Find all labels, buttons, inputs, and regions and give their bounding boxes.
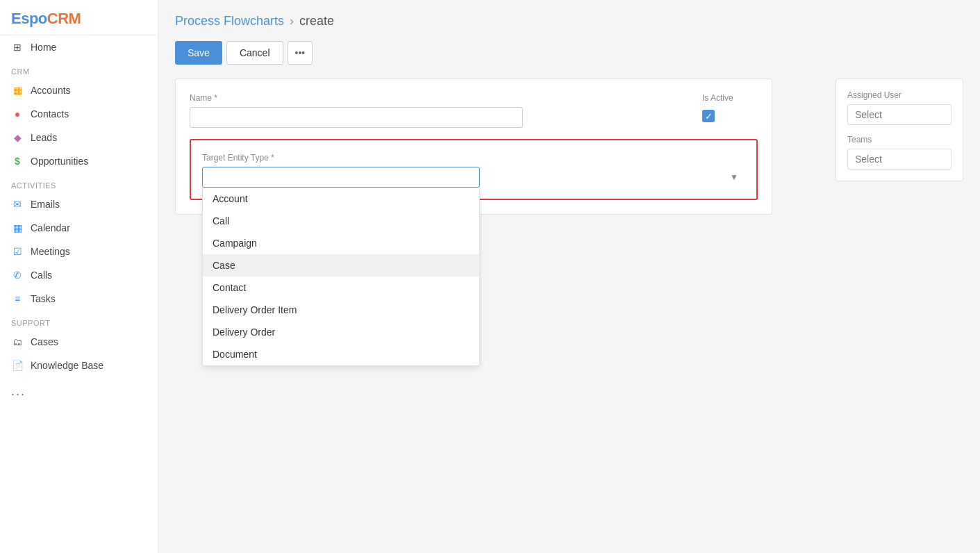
assigned-user-group: Assigned User Select [847, 90, 952, 125]
teams-group: Teams Select [847, 135, 952, 170]
sidebar-item-label: Calls [31, 270, 52, 281]
sidebar-item-label: Home [31, 42, 56, 53]
is-active-checkbox[interactable]: ✓ [702, 110, 715, 122]
teams-label: Teams [847, 135, 952, 145]
dropdown-item-call[interactable]: Call [203, 210, 479, 232]
logo-espo: Espo [11, 10, 47, 27]
sidebar-item-label: Opportunities [31, 156, 88, 167]
assigned-user-select[interactable]: Select [847, 104, 952, 125]
sidebar-item-tasks[interactable]: ≡ Tasks [0, 287, 158, 311]
home-icon: ⊞ [11, 41, 24, 53]
sidebar-item-cases[interactable]: 🗂 Cases [0, 330, 158, 354]
meetings-icon: ☑ [11, 245, 24, 258]
knowledge-base-icon: 📄 [11, 359, 24, 372]
opportunities-icon: $ [11, 155, 24, 167]
target-entity-label: Target Entity Type * [202, 153, 274, 163]
sidebar-item-emails[interactable]: ✉ Emails [0, 192, 158, 216]
sidebar-item-label: Knowledge Base [31, 360, 103, 371]
sidebar-item-accounts[interactable]: ▦ Accounts [0, 79, 158, 102]
dropdown-chevron-icon: ▼ [730, 172, 738, 182]
sidebar-item-knowledge-base[interactable]: 📄 Knowledge Base [0, 354, 158, 377]
dropdown-item-contact[interactable]: Contact [203, 276, 479, 299]
assigned-user-label: Assigned User [847, 90, 952, 100]
breadcrumb-current: create [299, 14, 334, 28]
sidebar-item-home[interactable]: ⊞ Home [0, 35, 158, 59]
target-entity-dropdown-list: Account Call Campaign Case Contact Deliv… [202, 188, 480, 366]
sidebar-item-opportunities[interactable]: $ Opportunities [0, 149, 158, 173]
dropdown-item-delivery-order[interactable]: Delivery Order [203, 321, 479, 343]
is-active-group: Is Active ✓ [702, 93, 758, 122]
sidebar-more-button[interactable]: ... [0, 377, 158, 406]
toolbar: Save Cancel ••• [175, 41, 963, 65]
teams-select[interactable]: Select [847, 149, 952, 170]
sidebar-item-calls[interactable]: ✆ Calls [0, 263, 158, 287]
support-section-label: Support [0, 311, 158, 330]
sidebar-item-label: Meetings [31, 246, 70, 257]
name-input[interactable] [190, 107, 523, 128]
dropdown-item-delivery-order-item[interactable]: Delivery Order Item [203, 299, 479, 321]
sidebar-item-contacts[interactable]: ● Contacts [0, 102, 158, 126]
dropdown-item-document[interactable]: Document [203, 343, 479, 365]
target-entity-section: Target Entity Type * ▼ Account Call Camp… [190, 139, 758, 200]
dropdown-item-case[interactable]: Case [203, 254, 479, 276]
name-label: Name * [190, 93, 688, 103]
more-button[interactable]: ••• [288, 41, 313, 65]
cancel-button[interactable]: Cancel [226, 41, 283, 65]
leads-icon: ◆ [11, 131, 24, 144]
breadcrumb-parent[interactable]: Process Flowcharts [175, 14, 284, 28]
target-entity-input[interactable] [202, 167, 480, 188]
contacts-icon: ● [11, 108, 24, 120]
dropdown-item-campaign[interactable]: Campaign [203, 232, 479, 254]
breadcrumb: Process Flowcharts › create [175, 14, 963, 28]
dropdown-item-account[interactable]: Account [203, 188, 479, 210]
cases-icon: 🗂 [11, 336, 24, 348]
target-entity-dropdown-wrapper: ▼ Account Call Campaign Case Contact Del… [202, 167, 745, 188]
calendar-icon: ▦ [11, 222, 24, 234]
sidebar-item-label: Tasks [31, 293, 56, 304]
sidebar-item-label: Accounts [31, 85, 71, 96]
sidebar-item-calendar[interactable]: ▦ Calendar [0, 216, 158, 240]
sidebar: EspoCRM ⊞ Home CRM ▦ Accounts ● Contacts… [0, 0, 158, 553]
sidebar-item-label: Calendar [31, 222, 70, 233]
logo: EspoCRM [0, 0, 158, 35]
is-active-label: Is Active [702, 93, 758, 103]
breadcrumb-separator: › [290, 14, 294, 28]
sidebar-item-label: Leads [31, 132, 57, 143]
right-panel: Assigned User Select Teams Select [824, 79, 963, 181]
sidebar-item-label: Emails [31, 199, 60, 210]
calls-icon: ✆ [11, 269, 24, 281]
name-group: Name * [190, 93, 688, 128]
activities-section-label: Activities [0, 173, 158, 192]
crm-section-label: CRM [0, 59, 158, 79]
logo-crm: CRM [47, 10, 81, 27]
name-row: Name * Is Active ✓ [190, 93, 758, 128]
sidebar-item-meetings[interactable]: ☑ Meetings [0, 240, 158, 263]
main-content: Process Flowcharts › create Save Cancel … [158, 0, 980, 553]
tasks-icon: ≡ [11, 292, 24, 305]
emails-icon: ✉ [11, 198, 24, 211]
save-button[interactable]: Save [175, 41, 222, 65]
accounts-icon: ▦ [11, 84, 24, 97]
sidebar-item-leads[interactable]: ◆ Leads [0, 126, 158, 149]
sidebar-item-label: Contacts [31, 108, 69, 119]
sidebar-item-label: Cases [31, 336, 58, 347]
